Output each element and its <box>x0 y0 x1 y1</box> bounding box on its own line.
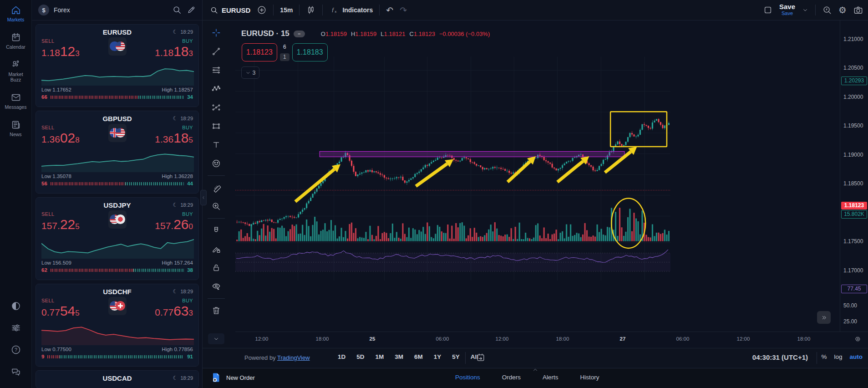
sell-price-button[interactable]: 1.18123 <box>41 45 80 61</box>
tool-trend-line[interactable] <box>208 44 224 59</box>
range-5y-button[interactable]: 5Y <box>448 352 464 362</box>
tool-emoji[interactable] <box>208 156 224 171</box>
chart-style-icon[interactable] <box>306 5 316 15</box>
price-axis[interactable]: 1.210001.205001.200001.195001.190001.185… <box>840 20 868 332</box>
compare-add-icon[interactable] <box>257 5 267 15</box>
tool-text[interactable] <box>208 137 224 153</box>
sentiment-sell-pct: 9 <box>41 354 44 359</box>
legend-symbol-interval[interactable]: EURUSD · 15 <box>241 29 289 38</box>
tab-history[interactable]: History <box>580 374 599 381</box>
legend-hide-icon[interactable]: − <box>294 31 305 37</box>
range-5d-button[interactable]: 5D <box>352 352 368 362</box>
watchlist-card-eurusd[interactable]: EURUSD ☾18:29 SELLBUY 1.18123 1.18183 Lo… <box>36 24 199 107</box>
theme-toggle-button[interactable] <box>10 301 21 311</box>
ohlc-values: O1.18159H1.18159L1.18121C1.18123−0.00036… <box>321 31 490 37</box>
percent-scale-button[interactable]: % <box>821 353 827 360</box>
tab-orders[interactable]: Orders <box>502 374 521 381</box>
interval-button[interactable]: 15m <box>280 6 293 14</box>
time-axis[interactable]: 12:0018:002506:0012:0018:002706:0012:001… <box>235 332 868 348</box>
tool-crosshair[interactable] <box>208 25 224 41</box>
range-1m-button[interactable]: 1M <box>371 352 388 362</box>
screenshot-camera-icon[interactable] <box>853 5 863 15</box>
sell-price-button[interactable]: 0.77545 <box>41 304 80 321</box>
preferences-button[interactable] <box>10 322 21 333</box>
tab-alerts[interactable]: Alerts <box>543 374 558 381</box>
tool-hide-drawings[interactable] <box>208 279 224 294</box>
sidebar-item-markets[interactable]: Markets <box>0 5 32 22</box>
redo-icon[interactable]: ↷ <box>400 5 407 15</box>
tool-xabcd-pattern[interactable] <box>208 81 224 97</box>
pane-expand-button[interactable] <box>817 311 831 324</box>
undo-icon[interactable]: ↶ <box>386 5 393 15</box>
help-button[interactable]: ? <box>10 344 21 355</box>
hide-drawings-icon <box>211 281 221 291</box>
watchlist-card-usdcad[interactable]: USDCAD ☾18:29 <box>36 370 199 388</box>
save-button[interactable]: Save Save <box>779 4 795 16</box>
buy-button[interactable]: 1.18183 <box>292 43 328 61</box>
clock-timezone[interactable]: 04:30:31 (UTC+1) <box>752 353 808 361</box>
new-order-button[interactable]: New Order <box>211 372 255 383</box>
chat-button[interactable] <box>10 366 21 377</box>
tool-zoom-in[interactable] <box>208 199 224 214</box>
sidebar-item-messages[interactable]: Messages <box>0 92 32 110</box>
tool-fib-retracement[interactable] <box>208 62 224 78</box>
buy-price-button[interactable]: 157.260 <box>155 218 193 234</box>
rsi-tick: 25.00 <box>843 318 857 325</box>
forex-group-icon[interactable]: $ <box>38 5 49 15</box>
sidebar-item-news[interactable]: News <box>0 119 32 137</box>
symbol-search-button[interactable]: EURUSD <box>210 6 250 15</box>
tool-forecast[interactable] <box>208 100 224 115</box>
layout-icon[interactable] <box>763 5 773 15</box>
sentiment-bar: 66 34 <box>41 94 193 100</box>
save-menu-chevron-icon[interactable] <box>802 6 809 14</box>
watchlist-card-usdchf[interactable]: USDCHF ☾18:29 SELLBUY 0.77545 0.77633 Lo… <box>36 284 199 367</box>
moon-icon: ☾ <box>173 375 178 381</box>
goto-date-icon[interactable] <box>476 352 486 362</box>
tool-rectangle[interactable] <box>208 118 224 134</box>
buy-price-button[interactable]: 1.18183 <box>155 45 193 61</box>
indicators-button[interactable]: ƒx Indicators <box>329 5 373 15</box>
tab-positions[interactable]: Positions <box>455 374 480 381</box>
sell-price-button[interactable]: 1.36028 <box>41 131 80 148</box>
toolbar-collapse-button[interactable] <box>208 333 224 344</box>
tool-lock-all[interactable] <box>208 260 224 276</box>
fx-icon: ƒx <box>329 5 339 15</box>
buy-price-button[interactable]: 0.77633 <box>155 304 193 321</box>
text-icon <box>211 140 221 150</box>
sidebar-item-calendar[interactable]: Calendar <box>0 32 32 50</box>
lock-all-icon <box>211 263 221 273</box>
sell-price-button[interactable]: 157.225 <box>41 218 80 234</box>
volume-badge: 15.802K <box>841 210 867 219</box>
watchlist-group-title[interactable]: Forex <box>54 6 70 14</box>
candlestick-chart[interactable] <box>235 20 840 332</box>
log-scale-button[interactable]: log <box>834 353 842 360</box>
range-6m-button[interactable]: 6M <box>410 352 427 362</box>
card-symbol: EURUSD <box>103 28 132 36</box>
watchlist-card-gbpusd[interactable]: GBPUSD ☾18:29 SELLBUY 1.36028 1.36185 Lo… <box>36 111 199 194</box>
axis-settings-icon[interactable] <box>854 335 862 343</box>
rectangle-icon <box>211 121 221 131</box>
svg-text:x: x <box>335 10 337 14</box>
quick-search-icon[interactable] <box>822 5 832 15</box>
lot-value[interactable]: 1 <box>280 53 289 61</box>
drawings-count-button[interactable]: 3 <box>241 66 259 79</box>
watchlist-collapse-button[interactable] <box>200 190 207 205</box>
svg-text:ƒ: ƒ <box>332 6 335 13</box>
edit-watchlist-icon[interactable] <box>187 5 196 15</box>
range-1d-button[interactable]: 1D <box>334 352 350 362</box>
range-3m-button[interactable]: 3M <box>391 352 407 362</box>
range-1y-button[interactable]: 1Y <box>430 352 446 362</box>
settings-gear-icon[interactable]: ⚙ <box>838 5 847 15</box>
search-icon[interactable] <box>172 5 182 15</box>
tool-ruler[interactable] <box>208 180 224 195</box>
watchlist-card-usdjpy[interactable]: USDJPY ☾18:29 SELLBUY 157.225 157.260 Lo… <box>36 197 199 280</box>
tool-drawing-lock[interactable] <box>208 241 224 257</box>
sidebar-item-market-buzz[interactable]: MarketBuzz <box>0 59 32 82</box>
sell-button[interactable]: 1.18123 <box>242 43 277 61</box>
auto-scale-button[interactable]: auto <box>850 353 863 360</box>
buy-price-button[interactable]: 1.36185 <box>155 131 193 148</box>
tradingview-link[interactable]: TradingView <box>277 354 310 361</box>
tool-magnet[interactable] <box>208 223 224 238</box>
panel-expand-chevron-icon[interactable] <box>532 368 538 372</box>
tool-trash[interactable] <box>208 303 224 318</box>
